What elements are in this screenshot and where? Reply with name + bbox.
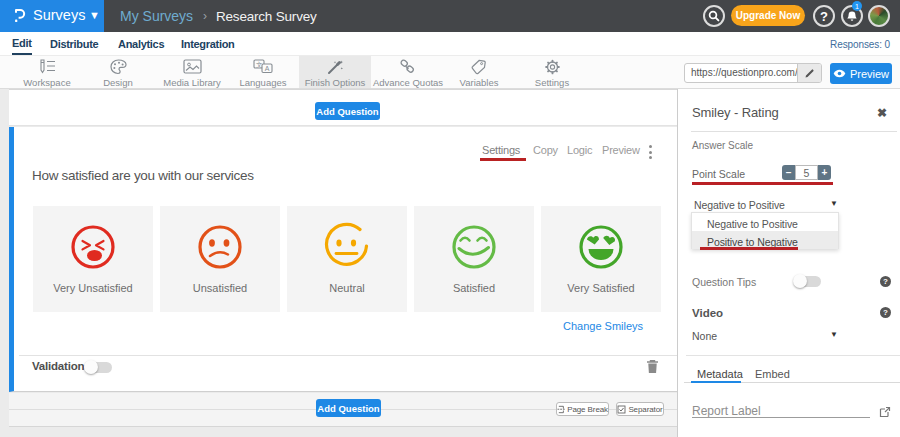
svg-text:文: 文 bbox=[256, 61, 263, 68]
svg-text:A: A bbox=[265, 65, 270, 72]
